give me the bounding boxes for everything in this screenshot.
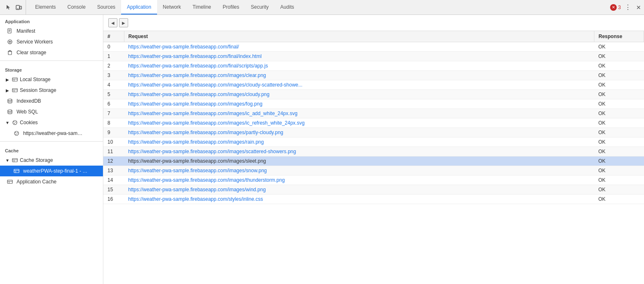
cell-num: 13 bbox=[103, 166, 124, 176]
cache-child-icon bbox=[13, 168, 20, 174]
cell-num: 3 bbox=[103, 71, 124, 80]
table-row[interactable]: 0https://weather-pwa-sample.firebaseapp.… bbox=[103, 42, 644, 52]
cell-num: 2 bbox=[103, 61, 124, 71]
clear-storage-icon bbox=[7, 49, 13, 56]
tab-profiles[interactable]: Profiles bbox=[217, 0, 245, 14]
sidebar-item-cookies[interactable]: ▼ Cookies bbox=[0, 117, 103, 128]
manifest-icon bbox=[7, 28, 13, 34]
cell-num: 8 bbox=[103, 118, 124, 128]
svg-point-32 bbox=[17, 132, 18, 133]
svg-point-26 bbox=[13, 120, 17, 125]
cell-response: OK bbox=[594, 42, 644, 52]
table-row[interactable]: 15https://weather-pwa-sample.firebaseapp… bbox=[103, 185, 644, 195]
sidebar-item-local-storage[interactable]: ▶ Local Storage bbox=[0, 74, 103, 85]
svg-point-30 bbox=[14, 131, 19, 135]
indexeddb-icon bbox=[7, 98, 13, 104]
cell-request: https://weather-pwa-sample.firebaseapp.c… bbox=[124, 156, 594, 166]
local-storage-label: Local Storage bbox=[20, 77, 50, 82]
table-row[interactable]: 7https://weather-pwa-sample.firebaseapp.… bbox=[103, 109, 644, 118]
web-sql-icon bbox=[7, 108, 13, 115]
device-icon[interactable] bbox=[15, 4, 22, 11]
cache-table: # Request Response 0https://weather-pwa-… bbox=[103, 31, 644, 204]
nav-forward-button[interactable]: ▶ bbox=[119, 18, 128, 27]
table-row[interactable]: 14https://weather-pwa-sample.firebaseapp… bbox=[103, 176, 644, 185]
tab-bar: Elements Console Sources Application Net… bbox=[0, 0, 644, 15]
sidebar-item-manifest[interactable]: Manifest bbox=[0, 26, 103, 36]
cell-request: https://weather-pwa-sample.firebaseapp.c… bbox=[124, 99, 594, 109]
table-row[interactable]: 16https://weather-pwa-sample.firebaseapp… bbox=[103, 195, 644, 204]
table-row[interactable]: 3https://weather-pwa-sample.firebaseapp.… bbox=[103, 71, 644, 80]
cell-num: 15 bbox=[103, 185, 124, 195]
divider-1 bbox=[0, 60, 103, 61]
tab-elements[interactable]: Elements bbox=[29, 0, 62, 14]
sidebar-item-cache-storage[interactable]: ▼ Cache Storage bbox=[0, 155, 103, 166]
table-row[interactable]: 6https://weather-pwa-sample.firebaseapp.… bbox=[103, 99, 644, 109]
cell-num: 5 bbox=[103, 90, 124, 99]
local-storage-icon bbox=[12, 76, 18, 83]
cell-request: https://weather-pwa-sample.firebaseapp.c… bbox=[124, 109, 594, 118]
table-row[interactable]: 5https://weather-pwa-sample.firebaseapp.… bbox=[103, 90, 644, 99]
cell-response: OK bbox=[594, 109, 644, 118]
cell-response: OK bbox=[594, 195, 644, 204]
cookies-child-icon bbox=[13, 130, 20, 137]
table-row[interactable]: 1https://weather-pwa-sample.firebaseapp.… bbox=[103, 52, 644, 61]
divider-2 bbox=[0, 141, 103, 142]
svg-rect-40 bbox=[7, 180, 12, 183]
cell-num: 1 bbox=[103, 52, 124, 61]
svg-rect-13 bbox=[8, 51, 12, 55]
cell-num: 4 bbox=[103, 80, 124, 90]
table-row[interactable]: 10https://weather-pwa-sample.firebaseapp… bbox=[103, 137, 644, 147]
svg-point-31 bbox=[15, 132, 16, 133]
cache-storage-icon bbox=[12, 157, 18, 164]
sidebar-item-web-sql[interactable]: Web SQL bbox=[0, 106, 103, 117]
cell-num: 10 bbox=[103, 137, 124, 147]
table-row[interactable]: 2https://weather-pwa-sample.firebaseapp.… bbox=[103, 61, 644, 71]
sidebar-item-application-cache[interactable]: Application Cache bbox=[0, 176, 103, 187]
tab-sources[interactable]: Sources bbox=[91, 0, 121, 14]
manifest-label: Manifest bbox=[17, 28, 35, 34]
cache-storage-expand: ▼ bbox=[5, 158, 10, 163]
content-area: ◀ ▶ # Request Response 0https://weather-… bbox=[103, 15, 644, 284]
cell-request: https://weather-pwa-sample.firebaseapp.c… bbox=[124, 61, 594, 71]
application-section-title: Application bbox=[0, 15, 103, 26]
cursor-icon[interactable] bbox=[5, 4, 12, 11]
cell-request: https://weather-pwa-sample.firebaseapp.c… bbox=[124, 166, 594, 176]
sidebar-item-service-workers[interactable]: Service Workers bbox=[0, 36, 103, 47]
local-storage-expand: ▶ bbox=[5, 77, 10, 82]
table-row[interactable]: 4https://weather-pwa-sample.firebaseapp.… bbox=[103, 80, 644, 90]
sidebar-item-indexeddb[interactable]: IndexedDB bbox=[0, 96, 103, 106]
close-icon[interactable]: ✕ bbox=[635, 4, 642, 11]
svg-point-28 bbox=[15, 122, 16, 123]
sidebar-item-clear-storage[interactable]: Clear storage bbox=[0, 47, 103, 58]
tab-network[interactable]: Network bbox=[157, 0, 187, 14]
table-row[interactable]: 12https://weather-pwa-sample.firebaseapp… bbox=[103, 156, 644, 166]
tab-security[interactable]: Security bbox=[245, 0, 274, 14]
cell-num: 11 bbox=[103, 147, 124, 156]
cell-num: 6 bbox=[103, 99, 124, 109]
session-storage-label: Session Storage bbox=[20, 87, 56, 93]
sidebar-item-cookies-child[interactable]: https://weather-pwa-sample.firebaseapp.c… bbox=[0, 128, 103, 139]
table-body: 0https://weather-pwa-sample.firebaseapp.… bbox=[103, 42, 644, 204]
table-row[interactable]: 11https://weather-pwa-sample.firebaseapp… bbox=[103, 147, 644, 156]
col-header-response: Response bbox=[594, 31, 644, 42]
cookies-icon bbox=[12, 119, 18, 126]
table-row[interactable]: 13https://weather-pwa-sample.firebaseapp… bbox=[103, 166, 644, 176]
cookies-expand: ▼ bbox=[5, 120, 10, 125]
tab-audits[interactable]: Audits bbox=[274, 0, 300, 14]
table-row[interactable]: 8https://weather-pwa-sample.firebaseapp.… bbox=[103, 118, 644, 128]
cell-response: OK bbox=[594, 176, 644, 185]
cache-child-label: weatherPWA-step-final-1 - https://weathe… bbox=[23, 168, 89, 174]
svg-point-24 bbox=[8, 99, 12, 101]
table-row[interactable]: 9https://weather-pwa-sample.firebaseapp.… bbox=[103, 128, 644, 137]
error-badge[interactable]: ✕ 3 bbox=[610, 4, 621, 11]
tab-application[interactable]: Application bbox=[121, 0, 157, 14]
tab-timeline[interactable]: Timeline bbox=[187, 0, 217, 14]
tab-console[interactable]: Console bbox=[62, 0, 91, 14]
nav-back-button[interactable]: ◀ bbox=[108, 18, 117, 27]
tab-bar-right: ✕ 3 ⋮ ✕ bbox=[610, 4, 642, 11]
cookies-child-label: https://weather-pwa-sample.firebaseapp.c… bbox=[23, 130, 85, 136]
more-icon[interactable]: ⋮ bbox=[624, 4, 632, 11]
sidebar-item-session-storage[interactable]: ▶ Session Storage bbox=[0, 85, 103, 96]
sidebar-item-cache-child[interactable]: weatherPWA-step-final-1 - https://weathe… bbox=[0, 166, 103, 176]
svg-rect-1 bbox=[20, 6, 21, 9]
